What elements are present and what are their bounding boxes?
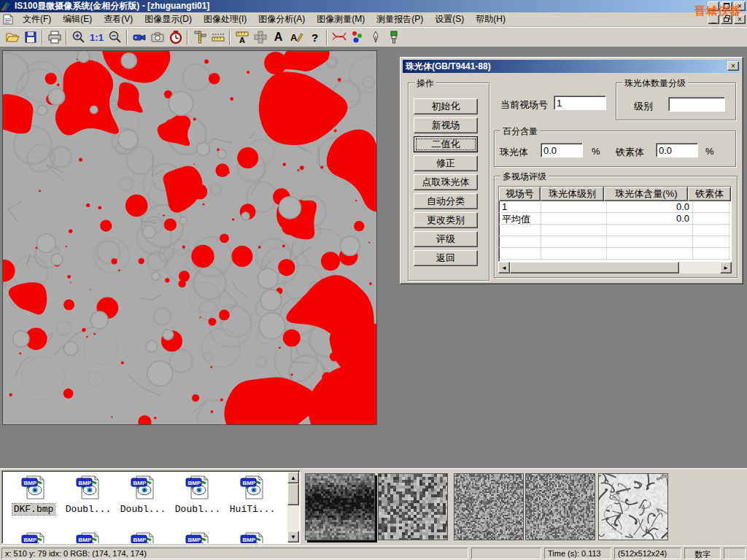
pearlite-dialog: 珠光体(GB/T9441-88) × 操作 初始化 新视场 二值化 修正 点取珠…	[400, 57, 743, 284]
dialog-title-bar[interactable]: 珠光体(GB/T9441-88) ×	[403, 60, 740, 73]
table-horizontal-scrollbar[interactable]: ◄ ►	[498, 262, 732, 273]
grade-group-label: 珠光体数量分级	[622, 77, 688, 90]
timer-button[interactable]	[166, 28, 185, 47]
brush-tool-button[interactable]	[384, 28, 403, 47]
particle-classify-button[interactable]	[348, 28, 366, 47]
binarize-button[interactable]: 二值化	[414, 136, 478, 152]
pen-tool-button[interactable]	[366, 28, 384, 47]
file-item[interactable]: BMP	[116, 531, 170, 544]
print-button[interactable]	[45, 28, 63, 47]
rate-button[interactable]: 评级	[414, 231, 478, 247]
text-button[interactable]: A	[269, 28, 287, 47]
file-item[interactable]: BMP Doubl...	[61, 474, 115, 515]
bmp-file-icon: BMP	[21, 474, 46, 500]
menu-settings[interactable]: 设置(S)	[429, 12, 470, 27]
col-pearlite[interactable]: 珠光体含量(%)	[604, 187, 688, 201]
document-icon[interactable]	[2, 14, 14, 25]
change-category-button[interactable]: 更改类别	[414, 212, 478, 228]
thumbnail-5[interactable]	[598, 473, 668, 540]
percent-group: 百分含量	[494, 131, 736, 167]
vendor-watermark: 晋城仪器	[694, 4, 741, 18]
scroll-right-arrow[interactable]: ►	[720, 262, 732, 273]
scroll-left-arrow[interactable]: ◄	[498, 262, 510, 273]
current-field-input[interactable]	[554, 96, 606, 110]
binarized-pearlite-image	[3, 51, 376, 424]
video-camera-button[interactable]	[130, 28, 148, 47]
menu-file[interactable]: 文件(F)	[17, 12, 57, 27]
open-button[interactable]	[3, 28, 21, 47]
correct-button[interactable]: 修正	[414, 155, 478, 171]
file-item[interactable]: BMP	[171, 531, 225, 544]
file-item[interactable]: BMP	[61, 531, 115, 544]
thumbnail-4[interactable]	[525, 473, 595, 540]
scroll-down-arrow[interactable]: ▼	[287, 531, 299, 542]
grade-input[interactable]	[668, 97, 725, 112]
ruler-button[interactable]	[209, 28, 227, 47]
multi-field-table[interactable]: 视场号 珠光体级别 珠光体含量(%) 铁素体 1 0.0 平均值 0.0	[498, 186, 732, 262]
svg-text:A: A	[290, 32, 298, 43]
caliper-button[interactable]	[190, 28, 209, 47]
new-field-button[interactable]: 新视场	[414, 117, 478, 133]
actual-size-button[interactable]: 1:1	[88, 28, 106, 47]
image-tile-button[interactable]	[251, 28, 269, 47]
measure-text-button[interactable]: A	[233, 28, 251, 47]
table-header: 视场号 珠光体级别 珠光体含量(%) 铁素体	[499, 187, 731, 201]
menu-image-measure[interactable]: 图像测量(M)	[311, 12, 371, 27]
bmp-file-icon: BMP	[131, 474, 155, 500]
return-button[interactable]: 返回	[414, 250, 478, 266]
menu-measure-report[interactable]: 测量报告(P)	[371, 12, 429, 27]
pearlite-label: 珠光体	[500, 146, 528, 159]
thumbnail-2[interactable]	[378, 473, 448, 540]
dialog-close-button[interactable]: ×	[727, 61, 739, 71]
image-browser-dock: BMP DKF.bmp BMP Doubl... BMP Doubl... BM…	[0, 468, 747, 545]
menu-image-analysis[interactable]: 图像分析(A)	[252, 12, 311, 27]
micrograph-image[interactable]	[2, 50, 377, 425]
help-button[interactable]: ?	[306, 28, 324, 47]
status-bar: x: 510 y: 79 idx: 0 RGB: (174, 174, 174)…	[0, 545, 747, 560]
col-grade[interactable]: 珠光体级别	[541, 187, 605, 201]
scrollbar-thumb[interactable]	[510, 262, 679, 273]
toolbar-separator	[187, 30, 188, 45]
file-list-scrollbar[interactable]: ▲ ▼	[287, 472, 299, 542]
menu-image-display[interactable]: 图像显示(D)	[139, 12, 198, 27]
video-camera-icon	[132, 30, 147, 44]
file-item[interactable]: BMP DKF.bmp	[7, 474, 61, 515]
zoom-out-button[interactable]	[106, 28, 124, 47]
bmp-file-icon: BMP	[240, 531, 265, 544]
table-row[interactable]: 平均值 0.0	[499, 213, 731, 225]
zoom-in-button[interactable]	[69, 28, 88, 47]
col-ferrite[interactable]: 铁素体	[688, 187, 731, 201]
table-row[interactable]: 1 0.0	[499, 201, 731, 213]
initialize-button[interactable]: 初始化	[414, 98, 478, 114]
thumbnail-3[interactable]	[454, 473, 524, 540]
svg-text:BMP: BMP	[79, 537, 92, 543]
clock-icon	[169, 30, 183, 44]
col-field[interactable]: 视场号	[499, 187, 541, 201]
scroll-up-arrow[interactable]: ▲	[287, 472, 299, 483]
menu-view[interactable]: 查看(V)	[98, 12, 139, 27]
percent-group-label: 百分含量	[500, 125, 540, 138]
scrollbar-thumb[interactable]	[287, 483, 299, 505]
curve-tool-button[interactable]	[330, 28, 348, 47]
capture-button[interactable]	[148, 28, 166, 47]
annotate-button[interactable]: A	[287, 28, 306, 47]
svg-text:BMP: BMP	[24, 480, 37, 486]
cell-field: 1	[499, 201, 541, 212]
pearlite-percent-input[interactable]	[541, 143, 583, 158]
file-item[interactable]: BMP	[7, 531, 61, 544]
cell-grade	[541, 213, 607, 224]
save-button[interactable]	[21, 28, 39, 47]
menu-help[interactable]: 帮助(H)	[470, 12, 511, 27]
menu-image-processing[interactable]: 图像处理(I)	[198, 12, 252, 27]
file-list[interactable]: BMP DKF.bmp BMP Doubl... BMP Doubl... BM…	[1, 470, 301, 544]
file-item[interactable]: BMP	[225, 531, 279, 544]
svg-text:BMP: BMP	[243, 480, 256, 486]
file-item[interactable]: BMP Doubl...	[171, 474, 225, 515]
thumbnail-1[interactable]	[305, 473, 375, 540]
auto-classify-button[interactable]: 自动分类	[414, 193, 478, 209]
file-item[interactable]: BMP Doubl...	[116, 474, 170, 515]
file-item[interactable]: BMP HuiTi...	[225, 474, 279, 515]
menu-edit[interactable]: 编辑(E)	[57, 12, 98, 27]
pick-pearlite-button[interactable]: 点取珠光体	[414, 174, 478, 190]
ferrite-percent-input[interactable]	[656, 143, 698, 158]
